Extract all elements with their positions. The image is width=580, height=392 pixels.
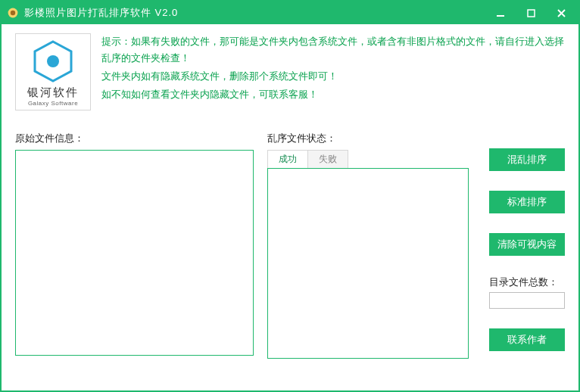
content-area: 银河软件 Galaxy Software 提示：如果有失败的文件，那可能是文件夹…: [2, 24, 578, 390]
window-title: 影楼照片图片打乱排序软件 V2.0: [24, 6, 492, 20]
logo-icon: [30, 39, 76, 84]
svg-point-7: [47, 55, 59, 67]
file-count-label: 目录文件总数：: [489, 275, 558, 289]
standard-sort-button[interactable]: 标准排序: [489, 191, 565, 213]
tip-line-1: 提示：如果有失败的文件，那可能是文件夹内包含系统文件，或者含有非图片格式的文件，…: [101, 33, 565, 67]
original-files-listbox[interactable]: [15, 150, 254, 356]
shuffled-files-label: 乱序文件状态：: [267, 132, 469, 145]
file-count-input[interactable]: [489, 292, 565, 309]
main-row: 原始文件信息： 乱序文件状态： 成功 失败 混乱排序 标准排序 清除可视内容: [15, 132, 565, 380]
window-controls: [492, 5, 569, 21]
actions-column: 混乱排序 标准排序 清除可视内容 目录文件总数： 联系作者: [482, 132, 565, 380]
tab-success[interactable]: 成功: [268, 151, 308, 168]
app-icon: [6, 6, 20, 20]
svg-rect-3: [528, 10, 535, 17]
minimize-button[interactable]: [492, 5, 509, 21]
result-tabs: 成功 失败: [267, 150, 348, 168]
tip-line-2: 文件夹内如有隐藏系统文件，删除那个系统文件即可！: [101, 68, 565, 85]
shuffle-sort-button[interactable]: 混乱排序: [489, 148, 565, 171]
count-group: 目录文件总数：: [489, 275, 565, 309]
logo-box: 银河软件 Galaxy Software: [15, 33, 91, 110]
svg-point-1: [11, 11, 15, 15]
top-row: 银河软件 Galaxy Software 提示：如果有失败的文件，那可能是文件夹…: [15, 33, 565, 110]
titlebar: 影楼照片图片打乱排序软件 V2.0: [2, 2, 578, 24]
original-files-label: 原始文件信息：: [15, 132, 254, 145]
tip-line-3: 如不知如何查看文件夹内隐藏文件，可联系客服！: [101, 86, 565, 103]
close-button[interactable]: [553, 5, 569, 21]
clear-view-button[interactable]: 清除可视内容: [489, 233, 565, 256]
shuffled-files-listbox[interactable]: [267, 168, 469, 359]
logo-text-cn: 银河软件: [27, 86, 79, 100]
tips-panel: 提示：如果有失败的文件，那可能是文件夹内包含系统文件，或者含有非图片格式的文件，…: [101, 33, 565, 110]
shuffled-column: 乱序文件状态： 成功 失败: [267, 132, 469, 380]
maximize-button[interactable]: [522, 5, 539, 21]
logo-text-en: Galaxy Software: [28, 100, 78, 107]
tab-fail[interactable]: 失败: [308, 151, 348, 168]
app-window: 影楼照片图片打乱排序软件 V2.0 银河软件 Galaxy Software: [0, 0, 580, 392]
contact-author-button[interactable]: 联系作者: [489, 328, 565, 351]
original-column: 原始文件信息：: [15, 132, 254, 380]
